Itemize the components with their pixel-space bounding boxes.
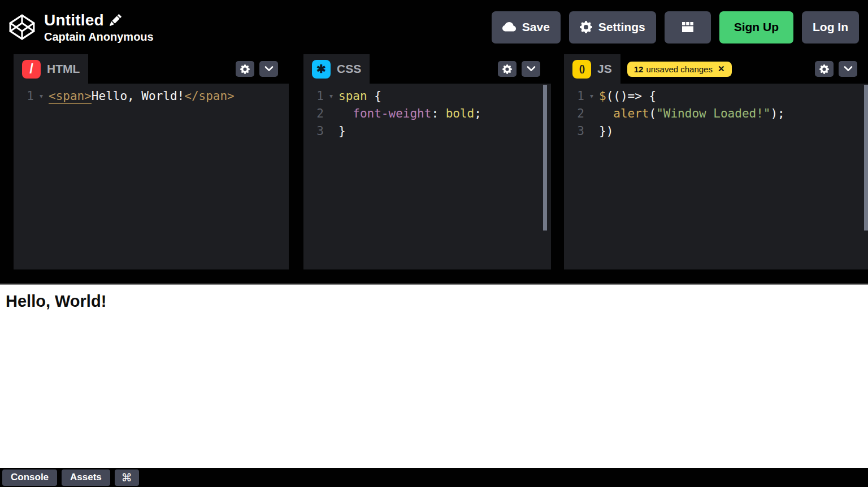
css-editor-collapse-button[interactable]: [522, 61, 540, 77]
js-panel-header: () JS 12 unsaved changes ✕: [564, 54, 868, 84]
code-token: </span>: [184, 89, 235, 103]
js-editor-settings-button[interactable]: [815, 61, 834, 77]
html-panel-header: / HTML: [14, 54, 289, 84]
editor-tab-label: JS: [597, 62, 612, 76]
code-token: [439, 107, 446, 120]
code-token: Hello, World!: [92, 89, 184, 103]
code-line[interactable]: 2 font-weight: bold;: [303, 105, 551, 123]
horizontal-resizer[interactable]: [0, 269, 868, 284]
unsaved-label: unsaved changes: [646, 64, 713, 74]
footer-bar: Console Assets ⌘: [0, 468, 868, 487]
unsaved-changes-badge: 12 unsaved changes ✕: [627, 62, 732, 77]
keyboard-shortcuts-button[interactable]: ⌘: [115, 469, 139, 486]
editor-tab-css[interactable]: ✱ CSS: [303, 54, 370, 84]
code-token: }): [599, 124, 613, 138]
sign-up-button[interactable]: Sign Up: [719, 11, 793, 44]
gear-icon: [240, 64, 250, 74]
code-text: }: [338, 123, 346, 140]
html-editor-panel: / HTML 1▾<span>Hello, World!</span>: [14, 54, 289, 269]
line-number: 3: [564, 123, 584, 140]
code-text: alert("Window Loaded!");: [599, 105, 785, 123]
css-editor-scrollbar[interactable]: [543, 85, 547, 231]
code-text: }): [599, 123, 613, 140]
badge-close-icon[interactable]: ✕: [718, 64, 725, 74]
layout-button[interactable]: [665, 11, 711, 44]
chevron-down-icon: [527, 66, 536, 72]
editor-tab-js[interactable]: () JS: [564, 54, 620, 84]
unsaved-count: 12: [634, 64, 644, 74]
code-text: font-weight: bold;: [338, 105, 481, 123]
code-text: $(()=> {: [599, 88, 656, 105]
cloud-icon: [502, 20, 516, 34]
assets-button[interactable]: Assets: [62, 469, 110, 486]
fold-spacer: [584, 123, 599, 140]
line-number: 2: [564, 105, 584, 123]
editor-layout-icon: [680, 21, 695, 33]
code-line[interactable]: 1▾span {: [303, 88, 551, 105]
preview-text: Hello, World!: [6, 292, 106, 310]
line-number: 1: [564, 88, 584, 105]
code-token: );: [770, 107, 784, 120]
gear-icon: [502, 64, 512, 74]
code-line[interactable]: 1▾<span>Hello, World!</span>: [14, 88, 289, 105]
code-token: $: [599, 89, 606, 103]
edit-title-pencil-icon[interactable]: [110, 14, 121, 26]
console-button[interactable]: Console: [2, 469, 57, 486]
js-editor-scrollbar[interactable]: [864, 85, 868, 231]
header: Untitled Captain Anonymous Save Settings: [0, 0, 868, 54]
html-editor-collapse-button[interactable]: [259, 61, 278, 77]
line-number: 2: [303, 105, 324, 123]
code-line[interactable]: 2 alert("Window Loaded!");: [564, 105, 868, 123]
js-editor-collapse-button[interactable]: [839, 61, 857, 77]
fold-arrow-icon[interactable]: ▾: [584, 88, 599, 105]
preview-pane: Hello, World!: [0, 284, 868, 468]
js-editor-panel: () JS 12 unsaved changes ✕ 1▾$(()=> {2 a…: [564, 54, 868, 269]
css-asterisk-icon: ✱: [312, 60, 331, 79]
chevron-down-icon: [844, 66, 853, 72]
editor-tab-label: CSS: [337, 62, 361, 76]
save-button[interactable]: Save: [492, 11, 561, 44]
gear-icon: [580, 21, 592, 33]
editor-tab-html[interactable]: / HTML: [14, 54, 88, 84]
editor-tab-label: HTML: [47, 62, 80, 76]
js-code-area[interactable]: 1▾$(()=> {2 alert("Window Loaded!");3}): [564, 84, 868, 269]
pen-meta: Untitled Captain Anonymous: [44, 11, 154, 44]
gear-icon: [819, 64, 829, 74]
code-token: [338, 107, 353, 120]
code-token: }: [338, 124, 346, 138]
code-line[interactable]: 1▾$(()=> {: [564, 88, 868, 105]
code-token: :: [431, 107, 439, 120]
code-text: <span>Hello, World!</span>: [49, 88, 235, 105]
header-actions: Save Settings Sign Up Log In: [483, 11, 859, 44]
code-line[interactable]: 3}: [303, 123, 551, 140]
css-editor-panel: ✱ CSS 1▾span {2 font-weight: bold;3}: [303, 54, 551, 269]
code-token: (()=> {: [606, 89, 657, 103]
pen-author: Captain Anonymous: [44, 31, 154, 44]
settings-label: Settings: [598, 20, 645, 34]
html-slash-icon: /: [22, 60, 41, 79]
fold-spacer: [584, 105, 599, 123]
fold-arrow-icon[interactable]: ▾: [324, 88, 338, 105]
pen-title: Untitled: [44, 11, 104, 29]
code-token: alert: [613, 107, 649, 120]
fold-spacer: [324, 105, 338, 123]
css-editor-settings-button[interactable]: [498, 61, 517, 77]
css-panel-header: ✱ CSS: [303, 54, 551, 84]
line-number: 1: [14, 88, 34, 105]
fold-spacer: [324, 123, 338, 140]
code-token: span: [338, 89, 367, 103]
js-parens-icon: (): [572, 60, 591, 79]
settings-button[interactable]: Settings: [569, 11, 656, 44]
save-label: Save: [522, 20, 550, 34]
html-code-area[interactable]: 1▾<span>Hello, World!</span>: [14, 84, 289, 269]
code-line[interactable]: 3}): [564, 123, 868, 140]
line-number: 3: [303, 123, 324, 140]
fold-arrow-icon[interactable]: ▾: [34, 88, 49, 105]
editor-row: / HTML 1▾<span>Hello, World!</span> ✱ CS…: [0, 54, 868, 269]
code-token: <span>: [49, 89, 92, 104]
codepen-logo[interactable]: [9, 14, 35, 40]
css-code-area[interactable]: 1▾span {2 font-weight: bold;3}: [303, 84, 551, 269]
code-token: font-weight: [353, 107, 431, 120]
log-in-button[interactable]: Log In: [802, 11, 859, 44]
html-editor-settings-button[interactable]: [236, 61, 254, 77]
